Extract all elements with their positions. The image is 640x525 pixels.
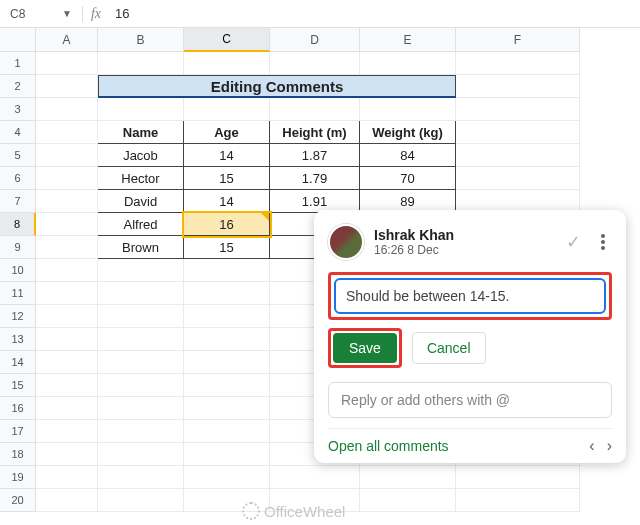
row-15[interactable]: 15 [0,374,36,397]
table-row[interactable]: Jacob [98,144,184,167]
th-weight[interactable]: Weight (kg) [360,121,456,144]
save-button[interactable]: Save [333,333,397,363]
row-9[interactable]: 9 [0,236,36,259]
row-headers: 1 2 3 4 5 6 7 8 9 10 11 12 13 14 15 16 1… [0,52,36,512]
table-row[interactable]: 1.79 [270,167,360,190]
table-row[interactable]: 14 [184,190,270,213]
next-comment-icon[interactable]: › [607,437,612,455]
col-D[interactable]: D [270,28,360,52]
row-13[interactable]: 13 [0,328,36,351]
highlight-box: Save [328,328,402,368]
title-cell[interactable]: Editing Comments [98,75,456,98]
row-4[interactable]: 4 [0,121,36,144]
comment-text-input[interactable]: Should be between 14-15. [334,278,606,314]
comment-user: Ishrak Khan [374,227,552,243]
table-row[interactable]: David [98,190,184,213]
table-row[interactable]: 1.87 [270,144,360,167]
select-all-corner[interactable] [0,28,36,52]
watermark: OfficeWheel [242,502,345,520]
name-box-dropdown[interactable]: ▼ [62,8,72,19]
row-16[interactable]: 16 [0,397,36,420]
row-20[interactable]: 20 [0,489,36,512]
fx-icon: fx [82,6,109,22]
selected-cell[interactable]: 16 [184,213,270,236]
col-E[interactable]: E [360,28,456,52]
formula-input[interactable] [115,4,415,24]
comment-popup: Ishrak Khan 16:26 8 Dec ✓ Should be betw… [314,210,626,463]
reply-input[interactable]: Reply or add others with @ [328,382,612,418]
column-headers: A B C D E F [36,28,580,52]
row-11[interactable]: 11 [0,282,36,305]
table-row[interactable]: 15 [184,167,270,190]
row-14[interactable]: 14 [0,351,36,374]
th-age[interactable]: Age [184,121,270,144]
table-row[interactable]: Brown [98,236,184,259]
table-row[interactable]: 14 [184,144,270,167]
comment-indicator-icon [261,213,269,221]
resolve-icon[interactable]: ✓ [562,231,584,253]
row-5[interactable]: 5 [0,144,36,167]
row-8[interactable]: 8 [0,213,36,236]
col-B[interactable]: B [98,28,184,52]
comment-time: 16:26 8 Dec [374,243,552,257]
prev-comment-icon[interactable]: ‹ [589,437,594,455]
row-6[interactable]: 6 [0,167,36,190]
table-row[interactable]: 70 [360,167,456,190]
name-box[interactable] [6,4,56,24]
table-row[interactable]: Alfred [98,213,184,236]
row-10[interactable]: 10 [0,259,36,282]
col-C[interactable]: C [184,28,270,52]
highlight-box: Should be between 14-15. [328,272,612,320]
th-height[interactable]: Height (m) [270,121,360,144]
col-A[interactable]: A [36,28,98,52]
row-3[interactable]: 3 [0,98,36,121]
table-row[interactable]: Hector [98,167,184,190]
row-19[interactable]: 19 [0,466,36,489]
avatar [328,224,364,260]
col-F[interactable]: F [456,28,580,52]
row-2[interactable]: 2 [0,75,36,98]
row-17[interactable]: 17 [0,420,36,443]
th-name[interactable]: Name [98,121,184,144]
table-row[interactable]: 84 [360,144,456,167]
row-12[interactable]: 12 [0,305,36,328]
more-icon[interactable] [594,232,612,252]
formula-bar: ▼ fx [0,0,640,28]
open-all-comments-link[interactable]: Open all comments [328,438,589,454]
table-row[interactable]: 15 [184,236,270,259]
row-1[interactable]: 1 [0,52,36,75]
watermark-icon [242,502,260,520]
row-7[interactable]: 7 [0,190,36,213]
row-18[interactable]: 18 [0,443,36,466]
cancel-button[interactable]: Cancel [412,332,486,364]
